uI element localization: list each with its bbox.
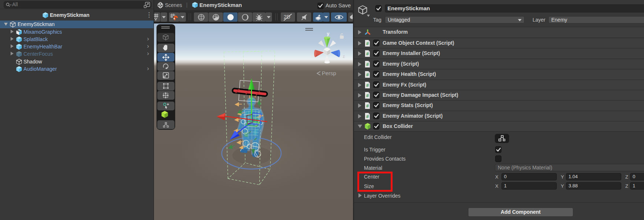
svg-text:#: # (366, 114, 369, 119)
svg-text:x: x (312, 54, 314, 59)
svg-text:#: # (366, 103, 369, 109)
svg-text:Persp: Persp (322, 70, 336, 76)
svg-text:y: y (327, 31, 330, 36)
svg-text:z: z (343, 54, 345, 59)
svg-text:#: # (366, 82, 369, 88)
svg-text:#: # (366, 51, 369, 56)
svg-text:#: # (366, 41, 369, 46)
svg-text:#: # (366, 93, 369, 98)
svg-text:#: # (366, 72, 369, 77)
svg-text:#: # (366, 62, 369, 67)
